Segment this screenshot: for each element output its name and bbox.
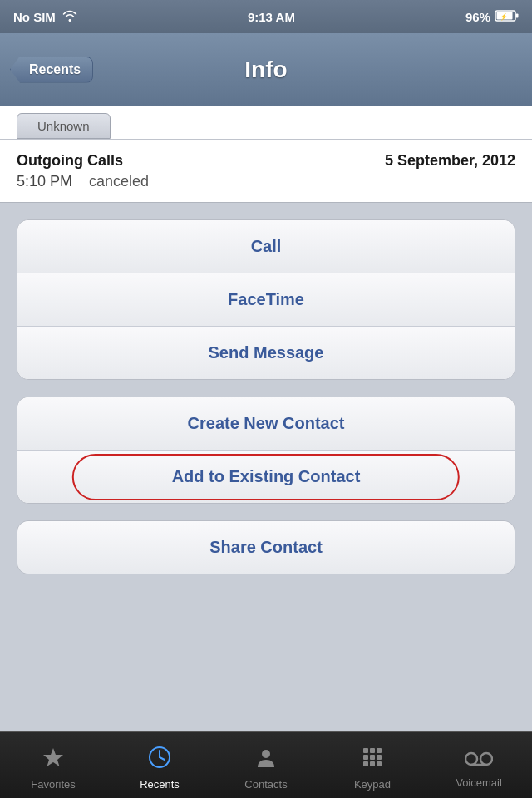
status-left: No SIM — [13, 10, 77, 24]
tab-favorites-label: Favorites — [31, 778, 75, 791]
svg-point-8 — [262, 750, 270, 758]
tab-recents[interactable]: Recents — [106, 732, 213, 798]
call-status: canceled — [89, 173, 149, 190]
svg-rect-17 — [377, 761, 382, 766]
voicemail-icon — [465, 747, 493, 773]
tab-contacts[interactable]: Contacts — [213, 732, 319, 798]
action-card-1: Call FaceTime Send Message — [17, 219, 515, 380]
svg-text:⚡: ⚡ — [500, 12, 508, 21]
status-right: 96% ⚡ — [466, 10, 519, 24]
time-display: 9:13 AM — [248, 10, 295, 24]
tab-keypad-label: Keypad — [354, 778, 391, 791]
battery-icon: ⚡ — [495, 10, 519, 24]
wifi-icon — [62, 10, 77, 24]
share-contact-button[interactable]: Share Contact — [17, 521, 515, 574]
action-card-2: Create New Contact Add to Existing Conta… — [17, 397, 515, 504]
svg-marker-4 — [43, 748, 63, 766]
create-new-contact-button[interactable]: Create New Contact — [17, 397, 515, 451]
page-title: Info — [244, 57, 287, 83]
svg-rect-10 — [370, 748, 375, 753]
clock-icon — [148, 746, 171, 775]
svg-rect-15 — [363, 761, 368, 766]
tab-bar: Favorites Recents Contacts — [0, 732, 532, 798]
call-time: 5:10 PM — [17, 173, 72, 190]
action-card-3: Share Contact — [17, 520, 515, 574]
star-icon — [42, 746, 65, 775]
top-tab[interactable]: Unknown — [17, 113, 111, 139]
tab-contacts-label: Contacts — [244, 778, 287, 791]
call-detail: 5:10 PM canceled — [17, 173, 515, 190]
svg-rect-12 — [363, 755, 368, 760]
tab-recents-label: Recents — [140, 778, 180, 791]
svg-rect-2 — [516, 13, 519, 17]
navigation-bar: Recents Info — [0, 33, 532, 106]
svg-rect-16 — [370, 761, 375, 766]
tab-favorites[interactable]: Favorites — [0, 732, 106, 798]
tab-keypad[interactable]: Keypad — [319, 732, 426, 798]
svg-rect-14 — [377, 755, 382, 760]
call-log-section: Outgoing Calls 5 September, 2012 5:10 PM… — [0, 140, 532, 203]
oval-highlight — [72, 454, 460, 500]
call-button[interactable]: Call — [17, 220, 515, 273]
send-message-button[interactable]: Send Message — [17, 327, 515, 379]
svg-rect-9 — [363, 748, 368, 753]
separator1 — [0, 203, 532, 219]
svg-rect-13 — [370, 755, 375, 760]
tab-voicemail[interactable]: Voicemail — [426, 732, 532, 798]
call-log-header: Outgoing Calls 5 September, 2012 — [17, 152, 515, 170]
add-to-existing-contact-button[interactable]: Add to Existing Contact — [17, 451, 515, 503]
person-icon — [254, 746, 278, 775]
status-bar: No SIM 9:13 AM 96% ⚡ — [0, 0, 532, 33]
svg-point-18 — [466, 753, 477, 765]
svg-rect-11 — [377, 748, 382, 753]
keypad-icon — [361, 746, 384, 775]
back-button[interactable]: Recents — [10, 57, 93, 83]
call-type: Outgoing Calls — [17, 152, 123, 170]
battery-percent: 96% — [466, 10, 490, 24]
tab-voicemail-label: Voicemail — [456, 776, 502, 789]
top-strip: Unknown — [0, 106, 532, 140]
carrier-label: No SIM — [13, 10, 56, 24]
call-date: 5 September, 2012 — [385, 152, 515, 170]
svg-line-7 — [160, 757, 165, 760]
content-area: Unknown Outgoing Calls 5 September, 2012… — [0, 106, 532, 732]
facetime-button[interactable]: FaceTime — [17, 273, 515, 327]
svg-point-19 — [480, 753, 492, 765]
